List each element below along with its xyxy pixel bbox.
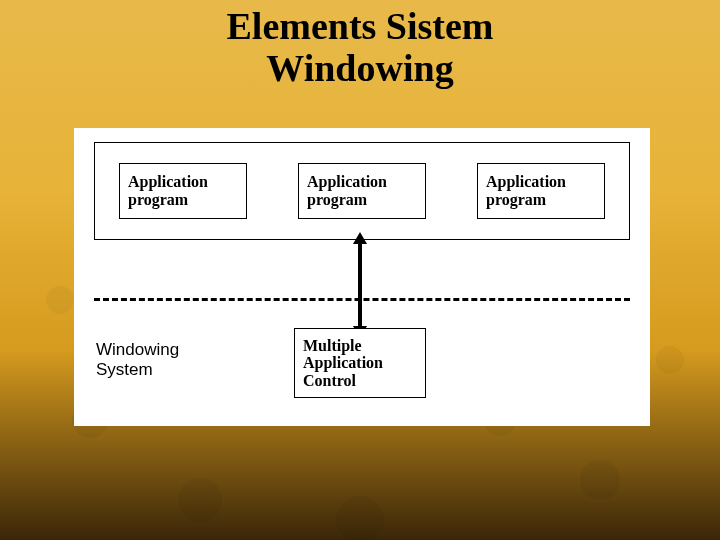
diagram-panel: Application program Application program … [74, 128, 650, 426]
bidirectional-arrow-icon [358, 242, 362, 328]
application-programs-container: Application program Application program … [94, 142, 630, 240]
multiple-application-control-box: Multiple Application Control [294, 328, 426, 398]
application-program-box: Application program [477, 163, 605, 219]
application-program-box: Application program [298, 163, 426, 219]
application-program-box: Application program [119, 163, 247, 219]
layer-divider [94, 298, 630, 301]
windowing-system-label: Windowing System [96, 340, 179, 379]
slide-title: Elements Sistem Windowing [0, 0, 720, 90]
